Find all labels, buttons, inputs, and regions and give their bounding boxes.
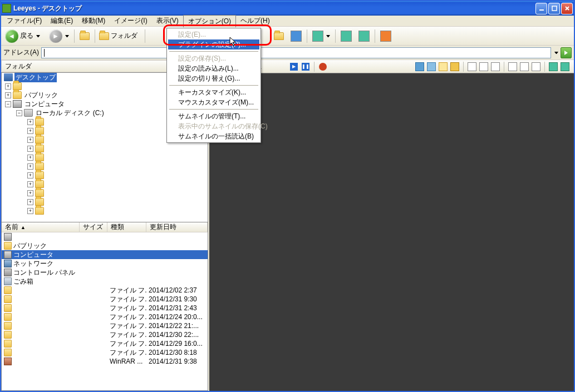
menu-thumbnail-save[interactable]: 表示中のサムネイルの保存(C) [168, 121, 259, 131]
tree-row[interactable]: + [2, 188, 208, 197]
list-row[interactable]: ファイル フ...2014/12/24 20:0... [2, 312, 208, 321]
col-name[interactable]: 名前▲ [2, 222, 80, 232]
tree-row[interactable]: + [2, 180, 208, 188]
tb-copy-button[interactable] [288, 28, 304, 44]
file-list: 名前▲ サイズ 種類 更新日時 パブリックコンピュータネットワークコントロール … [1, 222, 208, 391]
tree-row[interactable]: + [2, 153, 208, 162]
tool-icon [479, 62, 488, 71]
tree-label: ローカル ディスク (C:) [35, 108, 105, 118]
menu-load-settings[interactable]: 設定の読み込み(L)... [168, 63, 259, 73]
tree-row[interactable]: + [2, 144, 208, 153]
list-row[interactable]: ファイル フ...2014/12/31 2:43 [2, 304, 208, 312]
expand-icon[interactable]: + [27, 137, 33, 143]
menu-thumbnail-manage[interactable]: サムネイルの管理(T)... [168, 111, 259, 121]
computer-icon [4, 251, 12, 259]
col-type[interactable]: 種類 [107, 222, 146, 232]
vt-tool9[interactable] [519, 61, 530, 72]
menu-mouse-customize[interactable]: マウスカスタマイズ(M)... [168, 97, 259, 107]
list-body[interactable]: パブリックコンピュータネットワークコントロール パネルごみ箱ファイル フ...2… [2, 232, 208, 390]
tb-layout2-button[interactable] [356, 28, 372, 44]
vt-tool8[interactable] [507, 61, 518, 72]
menu-image[interactable]: イメージ(I) [110, 15, 151, 27]
tool-icon [415, 62, 424, 71]
expand-icon[interactable]: + [27, 155, 33, 161]
toolbar: ◄ 戻る ► フォルダ [1, 27, 574, 46]
pause-button[interactable]: ❚❚ [300, 61, 311, 72]
list-row[interactable]: パブリック [2, 241, 208, 250]
list-row[interactable]: ごみ箱 [2, 277, 208, 286]
vt-tool11[interactable] [548, 61, 559, 72]
col-size[interactable]: サイズ [80, 222, 107, 232]
vt-tool12[interactable] [559, 61, 571, 72]
tb-layout1-button[interactable] [338, 28, 355, 44]
menu-edit[interactable]: 編集(E) [46, 15, 77, 27]
vt-tool4[interactable] [449, 61, 460, 72]
vt-tool7[interactable] [490, 61, 501, 72]
list-row[interactable]: ネットワーク [2, 259, 208, 268]
expand-icon[interactable]: + [27, 199, 33, 205]
vt-tool6[interactable] [478, 61, 489, 72]
menu-help[interactable]: ヘルプ(H) [236, 15, 274, 27]
menu-option[interactable]: オプション(O) [183, 15, 236, 27]
address-input[interactable] [41, 47, 551, 58]
menu-move[interactable]: 移動(M) [77, 15, 110, 27]
expand-icon[interactable]: + [27, 181, 33, 187]
up-button[interactable] [77, 28, 92, 44]
menu-key-customize[interactable]: キーカスタマイズ(K)... [168, 87, 259, 97]
tree-row[interactable]: + [2, 197, 208, 206]
menu-file[interactable]: ファイル(F) [2, 15, 46, 27]
list-row[interactable]: WinRAR ...2014/12/31 9:38 [2, 357, 208, 366]
vt-tool5[interactable] [466, 61, 478, 72]
forward-button[interactable]: ► [46, 28, 72, 44]
chevron-down-icon[interactable] [554, 52, 558, 54]
folder-button[interactable]: フォルダ [97, 28, 142, 44]
expand-icon[interactable]: + [5, 92, 11, 98]
collapse-icon[interactable]: − [16, 110, 22, 116]
play-icon: ▶ [290, 63, 298, 71]
maximize-button[interactable] [548, 3, 560, 14]
tb-bookshelf-button[interactable] [377, 28, 394, 44]
network-icon [4, 260, 12, 267]
list-row[interactable]: ファイル フ...2014/12/29 16:0... [2, 339, 208, 348]
back-button[interactable]: ◄ 戻る [3, 28, 45, 44]
vt-tool1[interactable] [414, 61, 425, 72]
menu-thumbnail-batch[interactable]: サムネイルの一括読込(B) [168, 131, 259, 141]
menu-save-settings[interactable]: 設定の保存(S)... [168, 53, 259, 63]
menu-view[interactable]: 表示(V) [152, 15, 183, 27]
expand-icon[interactable]: + [5, 83, 11, 90]
expand-icon[interactable]: + [27, 128, 33, 134]
close-button[interactable] [561, 3, 573, 14]
tree-row[interactable]: + [2, 162, 208, 171]
list-row[interactable] [2, 232, 208, 241]
expand-icon[interactable]: + [27, 146, 33, 152]
list-row[interactable]: コントロール パネル [2, 268, 208, 277]
stop-button[interactable] [317, 61, 328, 72]
list-row[interactable]: ファイル フ...2014/12/30 22:... [2, 330, 208, 339]
col-date[interactable]: 更新日時 [146, 222, 208, 232]
list-row[interactable]: ファイル フ...2014/12/30 8:18 [2, 348, 208, 357]
expand-icon[interactable]: + [27, 172, 33, 178]
menu-switch-settings[interactable]: 設定の切り替え(G)... [168, 73, 259, 83]
list-row[interactable]: ファイル フ...2014/12/31 9:30 [2, 295, 208, 304]
list-row[interactable]: ファイル フ...2014/12/02 2:37 [2, 286, 208, 295]
tb-view-button[interactable] [309, 28, 333, 44]
collapse-icon[interactable]: − [5, 101, 11, 107]
vt-tool2[interactable] [426, 61, 437, 72]
expand-icon[interactable]: + [27, 163, 33, 170]
list-row[interactable]: コンピュータ [2, 250, 208, 259]
vt-tool10[interactable] [530, 61, 542, 72]
minimize-button[interactable] [535, 3, 547, 14]
go-button[interactable] [561, 47, 572, 58]
expand-icon[interactable]: + [27, 119, 33, 125]
tb-explorer-button[interactable] [271, 28, 287, 44]
expand-icon[interactable]: + [27, 208, 33, 214]
expand-icon[interactable]: + [27, 190, 33, 196]
menu-plugin-settings[interactable]: プラグインの設定(P)... [168, 39, 259, 49]
tree-row[interactable]: + [2, 171, 208, 180]
play-button[interactable]: ▶ [288, 61, 299, 72]
menu-settings[interactable]: 設定(E)... [168, 29, 259, 39]
titlebar[interactable]: Leeyes - デスクトップ [1, 1, 574, 16]
tree-row[interactable]: + [2, 206, 208, 215]
vt-tool3[interactable] [438, 61, 449, 72]
list-row[interactable]: ファイル フ...2014/12/22 21:... [2, 321, 208, 330]
